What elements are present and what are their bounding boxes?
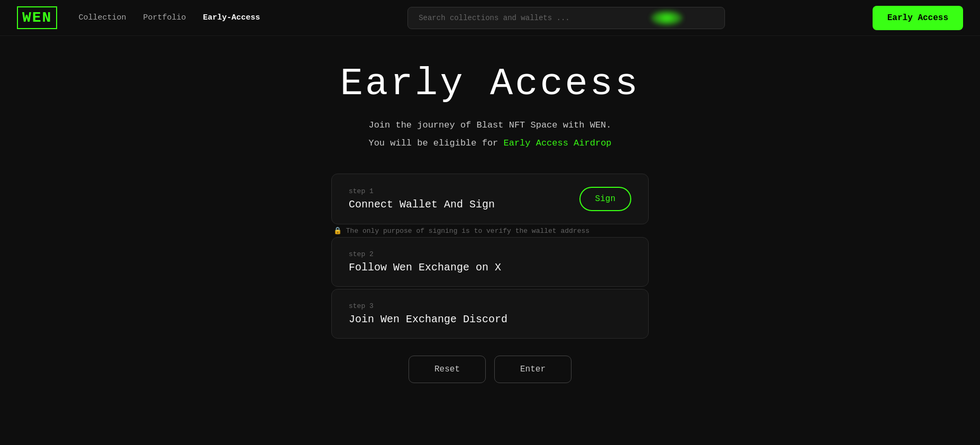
step-3-title: Join Wen Exchange Discord — [349, 313, 507, 325]
nav-portfolio[interactable]: Portfolio — [143, 13, 186, 22]
page-title: Early Access — [340, 62, 640, 106]
nav-links: Collection Portfolio Early-Access — [78, 13, 260, 22]
navbar-left: WEN Collection Portfolio Early-Access — [17, 6, 260, 29]
step-2-title: Follow Wen Exchange on X — [349, 261, 501, 274]
enter-button[interactable]: Enter — [494, 356, 571, 383]
subtitle: Join the journey of Blast NFT Space with… — [368, 116, 611, 152]
nav-early-access[interactable]: Early-Access — [203, 13, 260, 22]
step-card-2: step 2 Follow Wen Exchange on X — [331, 237, 649, 287]
step-card-3: step 3 Join Wen Exchange Discord — [331, 289, 649, 339]
search-container — [407, 7, 725, 29]
steps-container: step 1 Connect Wallet And Sign Sign 🔒 Th… — [331, 174, 649, 341]
navbar: WEN Collection Portfolio Early-Access Ea… — [0, 0, 980, 36]
step-3-label: step 3 — [349, 302, 507, 310]
early-access-button[interactable]: Early Access — [873, 6, 963, 30]
sign-button[interactable]: Sign — [579, 187, 631, 211]
nav-collection[interactable]: Collection — [78, 13, 126, 22]
step-1-title: Connect Wallet And Sign — [349, 198, 495, 211]
reset-button[interactable]: Reset — [409, 356, 486, 383]
subtitle-line1: Join the journey of Blast NFT Space with… — [368, 120, 611, 130]
step-1-label: step 1 — [349, 187, 495, 195]
step-3-content: step 3 Join Wen Exchange Discord — [349, 302, 507, 325]
subtitle-line2: You will be eligible for — [368, 138, 503, 148]
step-2-label: step 2 — [349, 250, 501, 258]
lock-notice: 🔒 The only purpose of signing is to veri… — [331, 226, 649, 235]
search-green-blob — [651, 11, 683, 25]
subtitle-highlight: Early Access Airdrop — [504, 138, 612, 148]
step-1-content: step 1 Connect Wallet And Sign — [349, 187, 495, 211]
bottom-buttons: Reset Enter — [409, 356, 571, 383]
step-2-content: step 2 Follow Wen Exchange on X — [349, 250, 501, 274]
logo: WEN — [17, 6, 57, 29]
step-card-1: step 1 Connect Wallet And Sign Sign — [331, 174, 649, 224]
main-content: Early Access Join the journey of Blast N… — [0, 36, 980, 383]
